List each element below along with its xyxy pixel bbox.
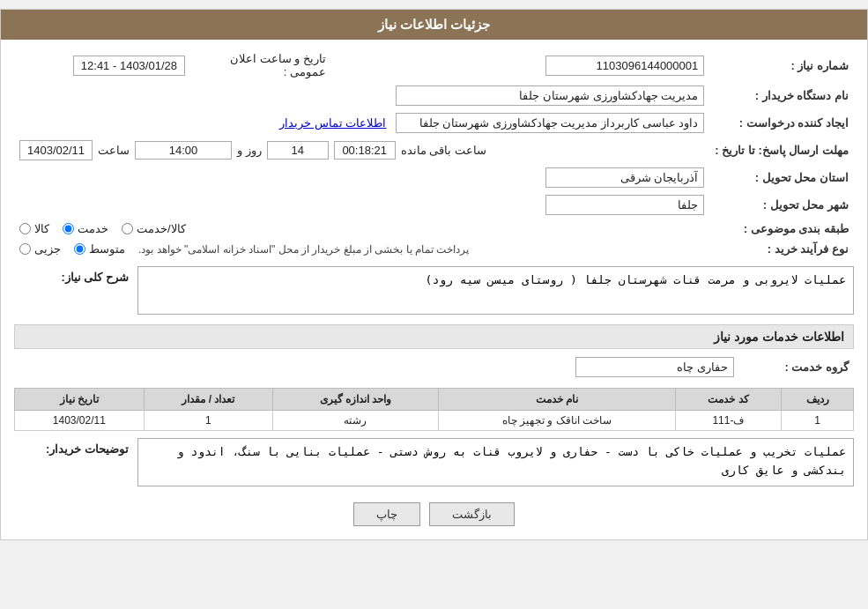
need-number-label: شماره نیاز :	[709, 48, 854, 82]
table-row: شهر محل تحویل : جلفا	[14, 191, 854, 219]
service-group-display: حفاری چاه	[575, 357, 734, 377]
process-jozi-radio[interactable]	[19, 243, 31, 255]
service-group-table: گروه خدمت : حفاری چاه	[14, 353, 854, 381]
service-group-value: حفاری چاه	[14, 353, 739, 381]
main-content: شماره نیاز : 1103096144000001 تاریخ و سا…	[1, 40, 867, 539]
col-service-name: نام خدمت	[438, 389, 675, 411]
category-kala-option[interactable]: کالا	[19, 222, 49, 235]
category-options: کالا خدمت کالا/خدمت	[14, 219, 709, 239]
services-data-table: ردیف کد خدمت نام خدمت واحد اندازه گیری ت…	[14, 388, 854, 431]
category-kala-khedmat-label: کالا/خدمت	[137, 222, 186, 235]
announcement-date-display: 1403/01/28 - 12:41	[73, 56, 185, 76]
table-cell-service_code: ف-111	[675, 411, 782, 431]
info-table: شماره نیاز : 1103096144000001 تاریخ و سا…	[14, 48, 854, 259]
creator-display: داود عباسی کاربرداز مدیریت جهادکشاورزی ش…	[396, 113, 704, 133]
col-quantity: تعداد / مقدار	[144, 389, 273, 411]
process-label: نوع فرآیند خرید :	[709, 239, 854, 259]
delivery-province-value: آذربایجان شرقی	[14, 164, 709, 191]
deadline-fields: 1403/02/11 ساعت 14:00 روز و 14 00:18:21 …	[14, 137, 709, 164]
buyer-description-section: توضیحات خریدار:	[14, 438, 854, 489]
creator-value: داود عباسی کاربرداز مدیریت جهادکشاورزی ش…	[14, 109, 709, 137]
buyer-description-label: توضیحات خریدار:	[14, 438, 129, 456]
print-button[interactable]: چاپ	[353, 502, 420, 526]
table-row: نوع فرآیند خرید : جزیی متوسط پرداخت تمام…	[14, 239, 854, 259]
services-section-header: اطلاعات خدمات مورد نیاز	[14, 324, 854, 349]
delivery-province-display: آذربایجان شرقی	[545, 167, 704, 188]
table-row: شماره نیاز : 1103096144000001 تاریخ و سا…	[14, 48, 854, 82]
contact-info-link[interactable]: اطلاعات تماس خریدار	[279, 116, 386, 130]
button-row: بازگشت چاپ	[14, 502, 854, 526]
deadline-remaining-display: 00:18:21	[334, 141, 396, 160]
delivery-city-display: جلفا	[545, 195, 704, 215]
table-row: طبقه بندی موضوعی : کالا خدمت کالا/خدمت	[14, 219, 854, 239]
col-row-num: ردیف	[782, 389, 854, 411]
table-row: استان محل تحویل : آذربایجان شرقی	[14, 164, 854, 191]
process-motavaset-option[interactable]: متوسط	[74, 242, 125, 256]
page-header: جزئیات اطلاعات نیاز	[1, 10, 867, 40]
creator-label: ایجاد کننده درخواست :	[709, 109, 854, 137]
process-motavaset-label: متوسط	[89, 242, 125, 256]
page-wrapper: جزئیات اطلاعات نیاز شماره نیاز : 1103096…	[0, 9, 868, 540]
category-khedmat-option[interactable]: خدمت	[63, 222, 108, 235]
deadline-label: مهلت ارسال پاسخ: تا تاریخ :	[709, 137, 854, 164]
announcement-label: تاریخ و ساعت اعلان عمومی :	[190, 48, 331, 82]
table-row: نام دستگاه خریدار : مدیریت جهادکشاورزی ش…	[14, 82, 854, 109]
service-group-label: گروه خدمت :	[739, 353, 854, 381]
delivery-city-value: جلفا	[14, 191, 709, 219]
deadline-day-label: روز و	[237, 144, 262, 157]
delivery-city-label: شهر محل تحویل :	[709, 191, 854, 219]
announcement-value: 1403/01/28 - 12:41	[14, 48, 190, 82]
category-kala-khedmat-radio[interactable]	[122, 223, 133, 234]
process-jozi-label: جزیی	[34, 242, 61, 256]
need-description-label: شرح کلی نیاز:	[14, 266, 129, 284]
page-title: جزئیات اطلاعات نیاز	[378, 17, 490, 32]
deadline-remaining-label: ساعت باقی مانده	[401, 144, 486, 157]
process-jozi-option[interactable]: جزیی	[19, 242, 61, 256]
need-number-value: 1103096144000001	[331, 48, 709, 82]
table-cell-row_num: 1	[782, 411, 854, 431]
col-unit: واحد اندازه گیری	[273, 389, 439, 411]
deadline-time-display: 14:00	[135, 141, 232, 160]
buyer-org-display: مدیریت جهادکشاورزی شهرستان جلفا	[396, 85, 704, 106]
need-number-display: 1103096144000001	[545, 56, 704, 76]
table-cell-service_name: ساخت اناقک و تجهیز چاه	[438, 411, 675, 431]
buyer-org-label: نام دستگاه خریدار :	[709, 82, 854, 109]
process-options: جزیی متوسط پرداخت تمام یا بخشی از مبلغ خ…	[14, 239, 709, 259]
deadline-date-display: 1403/02/11	[19, 140, 93, 160]
col-service-code: کد خدمت	[675, 389, 782, 411]
table-row: گروه خدمت : حفاری چاه	[14, 353, 854, 381]
table-cell-unit: رشته	[273, 411, 439, 431]
table-row: مهلت ارسال پاسخ: تا تاریخ : 1403/02/11 س…	[14, 137, 854, 164]
table-cell-quantity: 1	[144, 411, 273, 431]
category-kala-label: کالا	[34, 222, 49, 235]
process-note: پرداخت تمام یا بخشی از مبلغ خریدار از مح…	[138, 243, 469, 256]
buyer-org-value: مدیریت جهادکشاورزی شهرستان جلفا	[14, 82, 709, 109]
need-description-wrapper	[137, 266, 854, 317]
need-description-section: شرح کلی نیاز:	[14, 266, 854, 317]
buyer-description-textarea[interactable]	[137, 438, 854, 486]
table-header-row: ردیف کد خدمت نام خدمت واحد اندازه گیری ت…	[15, 389, 854, 411]
table-row: 1ف-111ساخت اناقک و تجهیز چاهرشته11403/02…	[15, 411, 854, 431]
category-kala-radio[interactable]	[19, 223, 31, 234]
category-khedmat-label: خدمت	[78, 222, 108, 235]
delivery-province-label: استان محل تحویل :	[709, 164, 854, 191]
table-cell-date: 1403/02/11	[15, 411, 145, 431]
category-label: طبقه بندی موضوعی :	[709, 219, 854, 239]
deadline-day-display: 14	[267, 141, 329, 160]
col-date: تاریخ نیاز	[15, 389, 145, 411]
buyer-description-wrapper	[137, 438, 854, 489]
process-motavaset-radio[interactable]	[74, 243, 85, 255]
category-khedmat-radio[interactable]	[63, 223, 74, 234]
category-kala-khedmat-option[interactable]: کالا/خدمت	[122, 222, 186, 235]
table-row: ایجاد کننده درخواست : داود عباسی کاربردا…	[14, 109, 854, 137]
need-description-textarea[interactable]	[137, 266, 854, 315]
back-button[interactable]: بازگشت	[429, 502, 515, 526]
deadline-time-label: ساعت	[98, 144, 130, 157]
